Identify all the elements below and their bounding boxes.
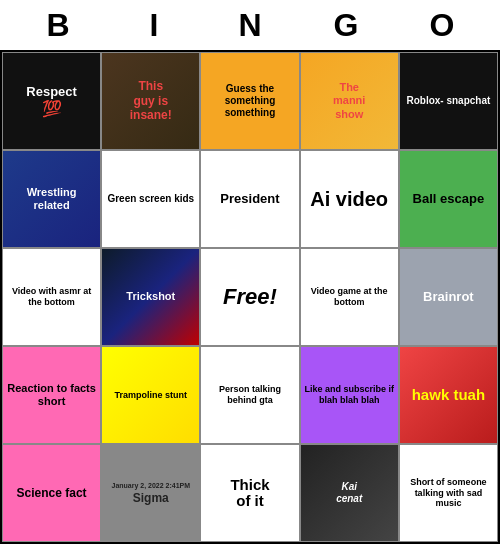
cell-text-r3c1: Trampoline stunt <box>115 390 188 401</box>
cell-r1c3[interactable]: Ai video <box>300 150 399 248</box>
bingo-header: B I N G O <box>0 0 500 50</box>
cell-text-r2c4: Brainrot <box>423 289 474 305</box>
cell-r0c4[interactable]: Roblox- snapchat <box>399 52 498 150</box>
letter-n: N <box>205 7 295 44</box>
cell-r3c2[interactable]: Person talking behind gta <box>200 346 299 444</box>
cell-r2c3[interactable]: Video game at the bottom <box>300 248 399 346</box>
cell-text-r0c4: Roblox- snapchat <box>406 95 490 107</box>
cell-r1c0[interactable]: Wrestlingrelated <box>2 150 101 248</box>
cell-r0c3[interactable]: Themannishow <box>300 52 399 150</box>
cell-text-r1c2: President <box>220 191 279 207</box>
cell-r0c1[interactable]: Thisguy isinsane! <box>101 52 200 150</box>
cell-text-r4c0: Science fact <box>17 486 87 500</box>
cell-r4c0[interactable]: Science fact <box>2 444 101 542</box>
cell-text-r1c1: Green screen kids <box>107 193 194 205</box>
cell-text-r4c2: Thickof it <box>230 477 269 510</box>
cell-r3c4[interactable]: hawk tuah <box>399 346 498 444</box>
cell-r2c2[interactable]: Free! <box>200 248 299 346</box>
cell-r4c3[interactable]: Kaicenat <box>300 444 399 542</box>
cell-r0c2[interactable]: Guess the something something <box>200 52 299 150</box>
cell-r1c1[interactable]: Green screen kids <box>101 150 200 248</box>
letter-g: G <box>301 7 391 44</box>
cell-text-r1c3: Ai video <box>310 187 388 211</box>
cell-r1c2[interactable]: President <box>200 150 299 248</box>
letter-b: B <box>13 7 103 44</box>
cell-r3c3[interactable]: Like and subscribe if blah blah blah <box>300 346 399 444</box>
cell-text-r0c3: Themannishow <box>333 81 365 121</box>
letter-i: I <box>109 7 199 44</box>
cell-text-r2c3: Video game at the bottom <box>304 286 395 308</box>
cell-r2c4[interactable]: Brainrot <box>399 248 498 346</box>
cell-text-r2c2: Free! <box>223 284 277 310</box>
cell-r3c0[interactable]: Reaction to facts short <box>2 346 101 444</box>
cell-r3c1[interactable]: Trampoline stunt <box>101 346 200 444</box>
cell-text-r3c0: Reaction to facts short <box>6 382 97 408</box>
cell-text-r0c0: Respect 💯 <box>26 84 77 119</box>
cell-r2c0[interactable]: Video with asmr at the bottom <box>2 248 101 346</box>
letter-o: O <box>397 7 487 44</box>
cell-r2c1[interactable]: Trickshot <box>101 248 200 346</box>
cell-r1c4[interactable]: Ball escape <box>399 150 498 248</box>
cell-text-r1c4: Ball escape <box>413 191 485 207</box>
cell-text-r4c1: January 2, 2022 2:41PM Sigma <box>111 481 190 505</box>
cell-text-r3c4: hawk tuah <box>412 386 485 404</box>
cell-text-r4c3: Kaicenat <box>336 481 362 505</box>
bingo-grid: Respect 💯 Thisguy isinsane! Guess the so… <box>0 50 500 544</box>
cell-r4c2[interactable]: Thickof it <box>200 444 299 542</box>
cell-text-r0c1: Thisguy isinsane! <box>130 79 172 122</box>
cell-text-r1c0: Wrestlingrelated <box>27 186 77 212</box>
cell-text-r2c1: Trickshot <box>126 290 175 303</box>
cell-text-r2c0: Video with asmr at the bottom <box>6 286 97 308</box>
cell-r0c0[interactable]: Respect 💯 <box>2 52 101 150</box>
cell-r4c1[interactable]: January 2, 2022 2:41PM Sigma <box>101 444 200 542</box>
bingo-card: B I N G O Respect 💯 Thisguy isinsane! Gu… <box>0 0 500 544</box>
cell-text-r0c2: Guess the something something <box>204 83 295 119</box>
cell-r4c4[interactable]: Short of someone talking with sad music <box>399 444 498 542</box>
cell-text-r4c4: Short of someone talking with sad music <box>403 477 494 509</box>
cell-text-r3c3: Like and subscribe if blah blah blah <box>304 384 395 406</box>
cell-text-r3c2: Person talking behind gta <box>204 384 295 406</box>
